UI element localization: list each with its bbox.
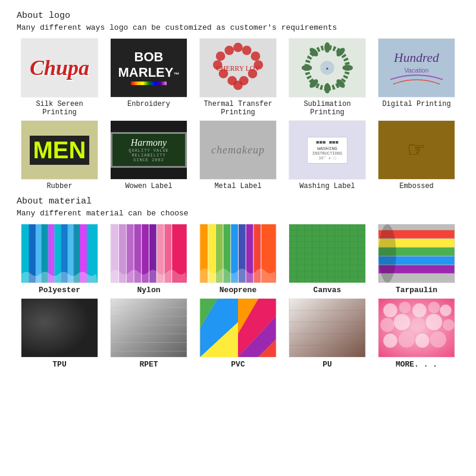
list-item: Harmony QUALITY VALUE RELIABILITY SINCE … xyxy=(106,120,192,190)
item-label: TPU xyxy=(52,360,66,369)
logo-grid-row2: MEN Rubber Harmony QUALITY VALUE RELIABI… xyxy=(17,120,459,190)
svg-point-3 xyxy=(233,43,243,52)
item-label: PU xyxy=(322,360,332,369)
svg-point-113 xyxy=(394,314,410,330)
item-label: Nylon xyxy=(137,286,160,295)
tarpaulin-image xyxy=(378,224,455,283)
pu-image xyxy=(289,298,366,358)
hundred-image: Hundred Vacation xyxy=(378,38,455,98)
svg-text:Vacation: Vacation xyxy=(404,67,428,74)
list-item: BOBMARLEY™ Enbroidery xyxy=(106,38,192,117)
men-image: MEN xyxy=(21,120,98,180)
svg-point-115 xyxy=(426,314,442,330)
list-item: Nylon xyxy=(106,224,192,295)
svg-point-108 xyxy=(399,302,411,314)
list-item: PVC xyxy=(195,298,281,369)
list-item: ☞ Embossed xyxy=(374,120,459,190)
harmony-image: Harmony QUALITY VALUE RELIABILITY SINCE … xyxy=(110,120,187,180)
item-label: Sublimation Printing xyxy=(284,100,370,117)
svg-point-5 xyxy=(251,52,261,61)
rpet-image xyxy=(110,298,187,358)
nylon-image xyxy=(110,224,187,283)
svg-point-18 xyxy=(324,83,330,93)
wreath-image: ✦ xyxy=(289,38,366,98)
list-item: ■■■ ■■■ WASHING INSTRUCTIONS 30° ✗ □ Was… xyxy=(284,120,370,190)
page: About logo Many different ways logo can … xyxy=(0,0,476,383)
svg-rect-33 xyxy=(68,224,74,283)
logo-section-desc: Many different ways logo can be customiz… xyxy=(17,23,459,32)
svg-point-1 xyxy=(216,52,226,61)
svg-point-117 xyxy=(383,334,397,348)
material-grid-row1: Polyester xyxy=(17,224,459,295)
item-label: Embossed xyxy=(399,182,434,190)
svg-rect-83 xyxy=(21,299,97,357)
item-label: PVC xyxy=(231,360,245,369)
svg-point-112 xyxy=(380,318,394,332)
neoprene-image xyxy=(199,224,277,283)
svg-point-116 xyxy=(443,319,455,331)
logo-section-title: About logo xyxy=(17,11,459,21)
svg-point-7 xyxy=(248,69,258,79)
tpu-image xyxy=(21,298,98,358)
svg-point-118 xyxy=(399,331,415,347)
svg-text:✦: ✦ xyxy=(325,65,329,72)
list-item: chemakeup Metal Label xyxy=(195,120,281,190)
chupa-image: Chupa xyxy=(21,38,98,98)
svg-point-107 xyxy=(383,303,397,318)
item-label: Thermal Transfer Printing xyxy=(195,100,281,117)
svg-point-110 xyxy=(428,302,440,314)
list-item: Tarpaulin xyxy=(374,224,459,295)
svg-rect-36 xyxy=(87,224,98,283)
makeup-image: chemakeup xyxy=(199,120,277,180)
embossed-image: ☞ xyxy=(378,120,455,180)
item-label: Canvas xyxy=(314,286,342,295)
svg-rect-100 xyxy=(289,299,365,357)
item-label: RPET xyxy=(139,360,158,369)
list-item: CHERRY LOV xyxy=(195,38,281,117)
more-image xyxy=(378,298,455,358)
list-item: Hundred Vacation Digital Printing xyxy=(374,38,459,117)
svg-point-14 xyxy=(324,42,330,53)
canvas-image xyxy=(289,224,366,283)
svg-point-81 xyxy=(378,224,396,283)
list-item: ✦ Sublimation Printing xyxy=(284,38,370,117)
item-label: Digital Printing xyxy=(382,100,450,108)
item-label: Wowen Label xyxy=(125,182,172,190)
svg-point-4 xyxy=(242,46,252,55)
item-label: Metal Label xyxy=(214,182,261,190)
svg-point-2 xyxy=(224,46,234,55)
list-item: Polyester xyxy=(17,224,102,295)
washing-image: ■■■ ■■■ WASHING INSTRUCTIONS 30° ✗ □ xyxy=(289,120,366,180)
svg-point-16 xyxy=(342,65,353,71)
item-label: Rubber xyxy=(46,182,72,190)
list-item: TPU xyxy=(17,298,102,369)
svg-point-11 xyxy=(219,69,228,79)
logo-grid-row1: Chupa Silk Sereen Printing BOBMARLEY™ En… xyxy=(17,38,459,117)
item-label: MORE. . . xyxy=(396,360,437,369)
item-label: Neoprene xyxy=(220,286,256,295)
heart-image: CHERRY LOV xyxy=(199,38,277,98)
item-label: Silk Sereen Printing xyxy=(17,100,102,117)
logo-section: About logo Many different ways logo can … xyxy=(17,11,459,190)
polyester-image xyxy=(21,224,98,283)
svg-point-10 xyxy=(227,76,237,86)
list-item: Chupa Silk Sereen Printing xyxy=(17,38,102,117)
svg-point-119 xyxy=(415,334,430,348)
list-item: RPET xyxy=(106,298,192,369)
list-item: Neoprene xyxy=(195,224,281,295)
svg-text:Hundred: Hundred xyxy=(393,51,439,65)
bobmarley-image: BOBMARLEY™ xyxy=(110,38,187,98)
item-label: Tarpaulin xyxy=(396,286,437,295)
item-label: Washing Label xyxy=(299,182,355,190)
list-item: PU xyxy=(284,298,370,369)
material-section: About material Many different material c… xyxy=(17,196,459,369)
item-label: Enbroidery xyxy=(127,100,170,108)
material-section-title: About material xyxy=(17,196,459,206)
material-grid-row2: TPU xyxy=(17,298,459,369)
list-item: Canvas xyxy=(284,224,370,295)
svg-point-114 xyxy=(411,318,425,332)
list-item: MEN Rubber xyxy=(17,120,102,190)
svg-point-6 xyxy=(253,60,263,70)
pvc-image xyxy=(199,298,277,358)
svg-point-111 xyxy=(440,305,452,317)
